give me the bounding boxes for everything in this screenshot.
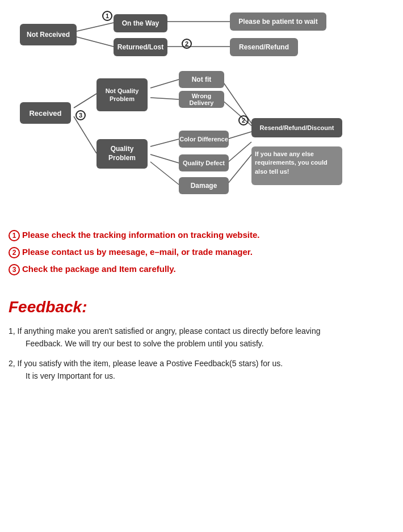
svg-line-0 xyxy=(77,23,114,31)
note-3-circle: 3 xyxy=(9,264,20,275)
box-received: Received xyxy=(20,102,71,124)
svg-line-16 xyxy=(150,162,179,185)
box-color-difference: Color Difference xyxy=(179,131,229,148)
box-patient-wait: Please be patient to wait xyxy=(230,12,326,31)
box-wrong-delivery: Wrong Delivery xyxy=(179,91,224,108)
circle-3-icon: 3 xyxy=(75,110,86,120)
svg-line-12 xyxy=(150,139,179,146)
box-not-received: Not Received xyxy=(20,24,77,45)
feedback-title: Feedback: xyxy=(9,298,394,316)
flowchart-section: Not Received 1 On the Way Returned/Lost … xyxy=(0,0,403,227)
box-requirements: If you have any else requirements, you c… xyxy=(251,146,342,185)
feedback-item-1: 1, If anything make you aren't satisfied… xyxy=(9,325,394,350)
circle-2-mid-icon: 2 xyxy=(238,115,249,125)
notes-section: 1 Please check the tracking information … xyxy=(0,227,403,287)
note-item-3: 3 Check the package and Item carefully. xyxy=(9,264,394,275)
svg-line-8 xyxy=(150,79,179,88)
note-1-circle: 1 xyxy=(9,230,20,241)
box-resend-refund-top: Resend/Refund xyxy=(230,38,298,56)
box-on-the-way: On the Way xyxy=(114,14,167,32)
svg-line-20 xyxy=(227,132,251,139)
circle-1-icon: 1 xyxy=(102,11,112,21)
note-2-circle: 2 xyxy=(9,247,20,258)
svg-line-23 xyxy=(227,153,253,185)
circle-1-label: 1 xyxy=(102,10,115,21)
flowchart-container: Not Received 1 On the Way Returned/Lost … xyxy=(9,6,394,221)
note-item-1: 1 Please check the tracking information … xyxy=(9,230,394,241)
note-item-2: 2 Please contact us by meesage, e–mail, … xyxy=(9,247,394,258)
box-not-fit: Not fit xyxy=(179,71,224,88)
box-returned-lost: Returned/Lost xyxy=(114,38,167,56)
svg-line-10 xyxy=(150,98,179,99)
box-quality-defect: Quality Defect xyxy=(179,154,229,171)
box-not-quality-problem: Not Quality Problem xyxy=(96,78,148,111)
svg-line-7 xyxy=(74,116,96,153)
box-damage: Damage xyxy=(179,177,229,194)
svg-line-1 xyxy=(77,37,114,47)
feedback-section: Feedback: 1, If anything make you aren't… xyxy=(0,287,403,398)
circle-2-top-icon: 2 xyxy=(182,39,192,49)
box-quality-problem: Quality Problem xyxy=(96,139,148,169)
svg-line-22 xyxy=(227,142,251,163)
svg-line-14 xyxy=(150,154,179,163)
feedback-item-2: 2, If you satisfy with the item, please … xyxy=(9,357,394,383)
circle-2-top-label: 2 xyxy=(182,38,194,49)
circle-2-mid-label: 2 xyxy=(238,115,251,125)
box-resend-refund-discount: Resend/Refund/Discount xyxy=(251,118,342,137)
svg-line-6 xyxy=(74,94,96,108)
circle-3-label: 3 xyxy=(75,110,88,120)
